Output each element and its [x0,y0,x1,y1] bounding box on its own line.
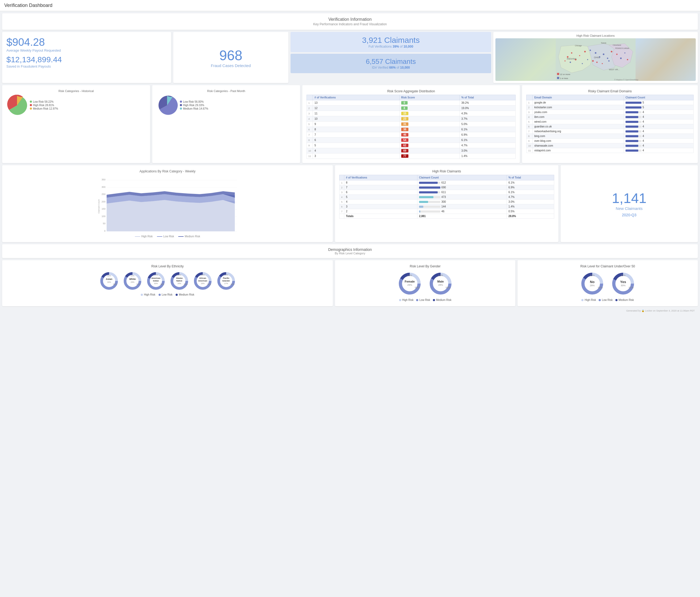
svg-text:WEST VIR...: WEST VIR... [609,69,620,71]
risk-historical-pie [6,95,28,116]
id-verif-box: 6,557 Claimants ID# Verified 66% of 10,0… [291,54,491,73]
svg-text:14%: 14% [177,274,181,276]
svg-text:300: 300 [102,186,106,189]
svg-text:13%: 13% [407,274,412,277]
svg-text:250: 250 [102,193,106,196]
svg-point-16 [616,54,618,55]
svg-text:White: White [129,278,136,280]
table-row: 6 3 144 1.4% [340,204,554,209]
table-row: 5 9 31 5.0% [307,122,516,127]
table-row: 1 13 0 39.2% [307,100,516,106]
id-verif-sub: ID# Verified 66% of 10,000 [296,66,485,70]
svg-text:Male: Male [438,280,444,283]
table-row: 4 10 23 3.7% [307,116,516,122]
svg-text:Indian: Indian [153,280,159,282]
table-row: 11 3 77 1.4% [307,153,516,159]
weekly-chart-legend: High Risk Low Risk Medium Risk [6,235,329,238]
svg-text:56%: 56% [160,283,164,285]
svg-point-23 [602,63,603,64]
svg-text:59%: 59% [598,286,603,289]
svg-point-27 [582,63,583,64]
table-row: 3 youku.com 4 [527,110,694,115]
map-title: High Risk Claimant Locations [495,34,696,37]
svg-point-15 [610,51,612,52]
svg-text:13%: 13% [224,274,228,276]
svg-point-20 [587,59,588,60]
risk-score-title: Risk Score Aggregate Distribution [306,90,516,93]
email-domains-block: Risky Claimant Email Domains Email Domai… [522,85,698,163]
gender-title: Risk Level By Gender [339,265,511,268]
svg-point-9 [584,51,585,52]
risk-past-month-title: Risk Categories - Past Month [156,90,296,93]
table-row: 7 networkadvertising.org 4 [527,129,694,134]
svg-point-22 [608,60,609,62]
svg-text:58%: 58% [446,286,450,289]
svg-text:Cleveland: Cleveland [613,44,621,46]
svg-text:28%: 28% [438,283,443,286]
svg-text:30%: 30% [107,281,111,283]
full-verif-count: 3,921 Claimants [296,36,485,45]
table-row: 1 google.de 5 [527,100,694,105]
map-placeholder: 12 or more 1 or less © Mapbox © OpenStre… [495,38,696,81]
svg-point-10 [590,50,591,51]
new-claimants-label: New Claimants [616,206,643,211]
svg-text:INDIANA: INDIANA [567,57,577,60]
demographics-sub: By Risk Level Category [5,252,695,255]
svg-text:350: 350 [102,178,106,181]
svg-text:60%: 60% [231,283,234,285]
gender-legend: High Risk Low Risk Medium Risk [339,299,511,302]
svg-text:0: 0 [104,230,105,232]
new-claimants-count: 1,141 [612,190,647,206]
new-claimants-period: 2020-Q3 [622,213,636,217]
table-row: 2 7 690 6.9% [340,185,554,190]
svg-text:50: 50 [103,222,106,225]
page-title: Verification Dashboard [0,0,700,11]
svg-text:30%: 30% [154,282,158,284]
weekly-chart-area: 0 50 100 150 200 250 300 350 [6,174,329,233]
svg-text:Alaska: Alaska [176,277,182,279]
svg-text:American: American [198,280,207,282]
svg-text:13%: 13% [438,274,443,277]
saved-payout-label: Saved in Fraudulent Payouts [6,65,167,68]
svg-point-18 [624,52,625,53]
svg-text:Yes: Yes [620,280,626,284]
svg-text:Asian: Asian [106,278,112,280]
header-main-title: Verification Information [6,17,694,22]
svg-point-11 [595,52,596,54]
high-risk-title: High Risk Claimants [339,170,554,173]
svg-text:28%: 28% [590,284,595,287]
svg-text:13%: 13% [590,274,595,277]
ethnicity-donuts: Asian 30% 12% 58% White 29% 12% 59% [6,270,329,292]
svg-text:100: 100 [102,215,106,218]
table-row: 4 5 473 4.7% [340,195,554,200]
full-verif-box: 3,921 Claimants Full Verifications 39% o… [291,32,491,52]
table-row: 9 over-blog.com 4 [527,139,694,143]
svg-text:Toledo: Toledo [601,42,606,44]
svg-text:200: 200 [102,200,106,203]
svg-text:12%: 12% [107,275,111,277]
high-risk-totals-label: Totals [344,214,418,219]
age-legend: High Risk Low Risk Medium Risk [522,299,694,302]
svg-text:Female: Female [405,280,415,283]
table-row: 6 8 38 6.1% [307,127,516,132]
risk-past-month-legend: Low Risk 56.00% High Risk 29.33% Medium … [180,100,208,111]
svg-point-8 [579,55,580,56]
gender-donuts: Female 29% 13% 58% Male 28% 13% 58% [339,270,511,297]
table-row: 6 guardian.co.uk 4 [527,124,694,129]
risk-historical-title: Risk Categories - Historical [6,90,146,93]
svg-text:27%: 27% [224,282,228,284]
svg-text:PENNSYLVANIA: PENNSYLVANIA [615,47,629,49]
demographics-title: Demographics Information [5,247,695,252]
email-domains-table: Email Domain Claimant Count 1 google.de … [526,95,694,153]
table-row: 2 kickstarter.com 5 [527,105,694,110]
svg-text:58%: 58% [184,283,188,285]
svg-point-24 [570,62,571,63]
svg-point-6 [571,52,572,54]
svg-text:Native: Native [176,280,182,282]
weekly-payout-label: Average Weekly Payout Requested [6,48,167,52]
svg-point-26 [627,59,628,60]
high-risk-totals-pct: 28.8% [507,214,554,219]
svg-text:OHIO: OHIO [594,56,600,59]
svg-text:57%: 57% [629,286,633,289]
svg-point-19 [596,62,598,63]
